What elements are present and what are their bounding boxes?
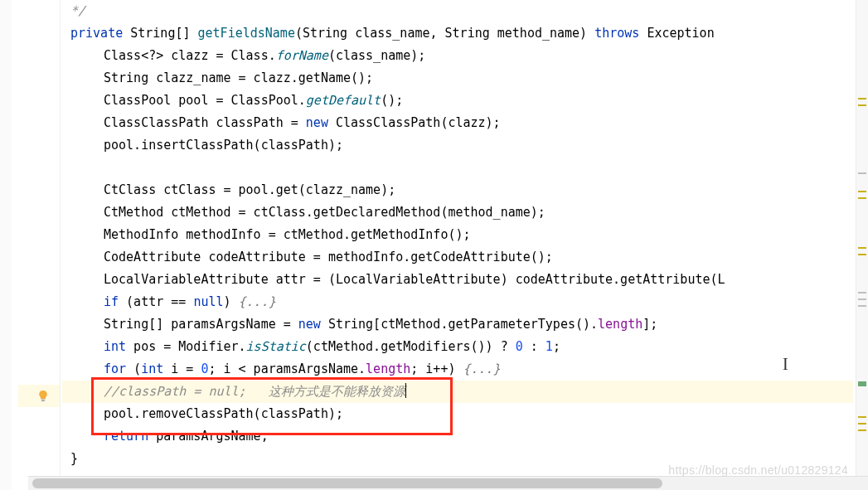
occurrence-marker[interactable] [858,298,866,300]
caret-line[interactable]: //classPath = null; 这种方式是不能释放资源 [62,381,853,403]
code-text: : [523,339,546,354]
keyword: throws [594,26,639,41]
code-text: pos = Modifier. [126,339,246,354]
code-text: (); [381,93,403,108]
warning-marker[interactable] [858,254,866,255]
scrollbar-thumb[interactable] [32,478,662,488]
code-text: (String class_name, String method_name) [295,26,594,41]
horizontal-scrollbar[interactable] [28,476,868,490]
code-text: ( [126,361,141,376]
static-method: isStatic [246,339,306,354]
code-text: String clazz_name = clazz.getName(); [104,70,373,85]
keyword: if [104,294,119,309]
code-text: (class_name); [328,48,425,63]
code-text: ClassClassPath(clazz); [328,115,501,130]
code-line[interactable]: MethodInfo methodInfo = ctMethod.getMeth… [62,224,853,246]
code-text: pool.insertClassPath(classPath); [104,138,343,153]
static-method: getDefault [306,93,381,108]
static-method: forName [276,48,328,63]
warning-marker[interactable] [858,423,866,425]
code-text: MethodInfo methodInfo = ctMethod.getMeth… [104,227,471,242]
code-line[interactable]: ClassClassPath classPath = new ClassClas… [62,112,853,134]
warning-marker[interactable] [858,98,866,99]
code-text: ClassPool pool = ClassPool. [104,93,306,108]
code-line[interactable]: pool.removeClassPath(classPath); [62,403,853,425]
keyword: return [104,429,148,444]
code-line[interactable]: pool.insertClassPath(classPath); [62,134,853,157]
code-line[interactable]: int pos = Modifier.isStatic(ctMethod.get… [62,336,853,358]
field-ref: length [598,317,643,332]
gutter [0,0,61,490]
code-text: paramsArgsName; [148,429,269,444]
keyword: for [104,361,126,376]
folded-region[interactable]: {...} [239,294,276,309]
code-text: (ctMethod.getModifiers()) ? [306,339,516,354]
code-editor[interactable]: */ private String[] getFieldsName(String… [0,0,868,490]
code-line[interactable]: LocalVariableAttribute attr = (LocalVari… [62,269,853,291]
warning-marker[interactable] [858,429,866,431]
code-text: ; i < paramsArgsName. [208,361,366,376]
comment-text: */ [70,3,85,18]
code-line[interactable]: ClassPool pool = ClassPool.getDefault(); [62,90,853,112]
warning-marker[interactable] [858,191,866,192]
occurrence-marker[interactable] [858,172,866,174]
field-ref: length [366,361,410,376]
code-line[interactable]: CtClass ctClass = pool.get(clazz_name); [62,179,853,201]
code-text: ClassClassPath classPath = [104,115,306,130]
code-text: String[] paramsArgsName = [104,317,298,332]
warning-marker[interactable] [858,197,866,199]
occurrence-marker[interactable] [858,292,866,294]
code-line[interactable]: String[] paramsArgsName = new String[ctM… [62,313,853,336]
code-line[interactable]: private String[] getFieldsName(String cl… [62,22,853,45]
code-text: Class<?> clazz = Class. [104,48,276,63]
code-line[interactable]: } [62,448,853,470]
folded-region[interactable]: {...} [463,361,501,376]
svg-rect-0 [41,400,46,400]
code-line[interactable]: String clazz_name = clazz.getName(); [62,67,853,90]
code-text: ; i++) [410,361,463,376]
code-area[interactable]: */ private String[] getFieldsName(String… [62,0,853,477]
code-text: CodeAttribute codeAttribute = methodInfo… [104,250,553,264]
warning-marker[interactable] [858,104,866,106]
code-line[interactable]: if (attr == null) {...} [62,291,853,313]
keyword: int [104,339,126,354]
code-line[interactable]: for (int i = 0; i < paramsArgsName.lengt… [62,358,853,381]
intention-bulb-icon[interactable] [37,390,49,401]
code-text: CtMethod ctMethod = ctClass.getDeclaredM… [104,205,546,220]
code-text: } [70,451,78,466]
method-name: getFieldsName [198,26,295,41]
code-line[interactable]: CtMethod ctMethod = ctClass.getDeclaredM… [62,201,853,224]
code-line[interactable] [62,157,853,179]
keyword: int [141,361,163,376]
code-text: pool.removeClassPath(classPath); [104,406,343,421]
code-text: CtClass ctClass = pool.get(clazz_name); [104,182,395,197]
error-stripe[interactable] [856,0,868,477]
code-text: ; [553,339,560,354]
code-text: String[] [123,26,197,41]
code-text: ) [224,294,239,309]
change-marker[interactable] [858,381,866,386]
svg-rect-1 [41,400,45,401]
text-caret [405,383,406,398]
keyword: private [70,26,123,41]
comment-text: //classPath = null; 这种方式是不能释放资源 [104,384,405,399]
code-text: String[ctMethod.getParameterTypes(). [321,317,598,332]
code-text: ]; [643,317,657,332]
code-line[interactable]: CodeAttribute codeAttribute = methodInfo… [62,246,853,269]
code-line[interactable]: Class<?> clazz = Class.forName(class_nam… [62,45,853,67]
number-literal: 0 [516,339,523,354]
code-text: Exception [639,26,721,41]
code-line[interactable]: */ [62,0,853,22]
number-literal: 1 [546,339,553,354]
warning-marker[interactable] [858,247,866,249]
warning-marker[interactable] [858,416,866,418]
code-line[interactable]: return paramsArgsName; [62,425,853,448]
occurrence-marker[interactable] [858,305,866,307]
keyword: null [193,294,223,309]
diff-column [0,0,12,490]
keyword: new [298,317,321,332]
code-text: i = [163,361,201,376]
keyword: new [306,115,328,130]
code-text: LocalVariableAttribute attr = (LocalVari… [104,272,725,287]
code-text: (attr == [119,294,193,309]
